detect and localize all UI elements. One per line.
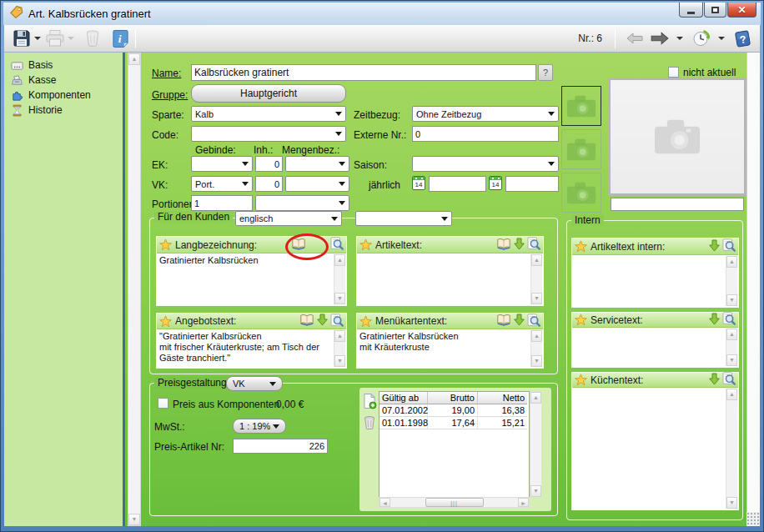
scroll-up-button[interactable]: ▲ bbox=[334, 254, 345, 266]
scroll-down-button[interactable]: ▼ bbox=[334, 293, 345, 304]
scroll-down-button[interactable]: ▼ bbox=[531, 355, 542, 367]
language2-combobox[interactable] bbox=[355, 211, 452, 226]
vk-mengenbez-combobox[interactable] bbox=[285, 176, 349, 192]
scrollbar-vertical[interactable]: ▲▼ bbox=[726, 329, 737, 366]
table-scrollbar-horizontal[interactable]: ◄ ||| ► bbox=[379, 497, 530, 508]
vk-inhalt-input[interactable] bbox=[255, 176, 283, 192]
scrollbar-vertical[interactable]: ▲▼ bbox=[530, 330, 542, 367]
add-price-button[interactable] bbox=[362, 393, 377, 413]
scroll-down-button[interactable]: ▼ bbox=[726, 354, 737, 366]
table-row[interactable]: 07.01.2002 19,00 16,38 bbox=[379, 404, 529, 417]
scroll-up-button[interactable]: ▲ bbox=[726, 389, 737, 400]
photo-caption-input[interactable] bbox=[611, 198, 744, 211]
zoom-text-button[interactable] bbox=[722, 238, 736, 254]
scroll-up-button[interactable]: ▲ bbox=[726, 256, 737, 268]
previous-record-button[interactable] bbox=[625, 31, 645, 46]
save-button[interactable] bbox=[11, 28, 33, 49]
scrollbar-vertical[interactable]: ▲▼ bbox=[334, 254, 345, 304]
copy-down-button[interactable] bbox=[709, 239, 720, 254]
angebotstext-textarea[interactable]: "Gratinierter Kalbsrücken mit frischer K… bbox=[157, 329, 346, 368]
photo-thumbnail-2[interactable] bbox=[561, 129, 601, 169]
scrollbar-vertical[interactable]: ▲▼ bbox=[530, 254, 542, 304]
language-combobox[interactable]: englisch bbox=[235, 211, 342, 226]
scroll-up-button[interactable]: ▲ bbox=[726, 329, 737, 340]
phrase-book-button[interactable] bbox=[299, 314, 314, 329]
zoom-text-button[interactable] bbox=[527, 314, 540, 329]
scroll-up-button[interactable]: ▲ bbox=[530, 392, 541, 404]
scroll-left-button[interactable]: ◄ bbox=[379, 498, 390, 507]
kuechentext-textarea[interactable]: ▲▼ bbox=[572, 388, 738, 509]
scroll-down-button[interactable]: ▼ bbox=[128, 514, 140, 525]
ek-inhalt-input[interactable] bbox=[255, 156, 283, 172]
servicetext-textarea[interactable]: ▲▼ bbox=[572, 328, 738, 367]
print-button[interactable] bbox=[44, 28, 66, 49]
zoom-text-button[interactable] bbox=[722, 372, 736, 388]
copy-down-button[interactable] bbox=[317, 314, 328, 329]
record-nav-dropdown-button[interactable] bbox=[676, 37, 683, 40]
maximize-button[interactable] bbox=[704, 3, 726, 18]
name-input[interactable] bbox=[191, 64, 536, 81]
ek-mengenbez-combobox[interactable] bbox=[285, 156, 349, 172]
scrollbar-vertical[interactable]: ▲▼ bbox=[726, 389, 737, 509]
saison-combobox[interactable] bbox=[412, 156, 559, 172]
zoom-text-button[interactable] bbox=[330, 314, 344, 329]
zeitbezug-combobox[interactable]: Ohne Zeitbezug bbox=[412, 106, 559, 122]
sidebar-item-kasse[interactable]: Kasse bbox=[11, 73, 123, 88]
menukartentext-textarea[interactable]: Gratinierter Kalbsrücken mit Kräuterkrus… bbox=[357, 329, 543, 368]
phrase-book-button[interactable] bbox=[496, 314, 511, 329]
sidebar-item-komponenten[interactable]: Komponenten bbox=[11, 88, 123, 103]
column-header[interactable]: Netto bbox=[478, 392, 527, 404]
sparte-combobox[interactable]: Kalb bbox=[191, 106, 346, 122]
delete-button[interactable] bbox=[83, 28, 103, 49]
scroll-up-button[interactable]: ▲ bbox=[128, 53, 140, 65]
artikeltext-textarea[interactable]: ▲▼ bbox=[357, 253, 543, 305]
sidebar-item-basis[interactable]: Basis bbox=[11, 58, 123, 73]
scroll-up-button[interactable]: ▲ bbox=[531, 254, 542, 266]
scroll-down-button[interactable]: ▼ bbox=[726, 294, 737, 306]
save-dropdown-button[interactable] bbox=[34, 37, 41, 40]
zoom-text-button[interactable] bbox=[330, 237, 344, 253]
scroll-up-button[interactable]: ▲ bbox=[531, 330, 542, 342]
table-row[interactable]: 01.01.1998 17,64 15,21 bbox=[379, 417, 529, 429]
artikeltext-intern-textarea[interactable]: ▲▼ bbox=[572, 255, 738, 307]
scroll-down-button[interactable]: ▼ bbox=[726, 497, 737, 509]
scroll-down-button[interactable]: ▼ bbox=[334, 355, 345, 367]
sidebar-scrollbar[interactable]: ▲ ▼ bbox=[128, 53, 141, 526]
history-dropdown-button[interactable] bbox=[718, 37, 725, 40]
scroll-down-button[interactable]: ▼ bbox=[531, 293, 542, 304]
resize-grip[interactable] bbox=[746, 512, 760, 526]
photo-thumbnail-1[interactable] bbox=[561, 86, 601, 126]
name-help-button[interactable]: ? bbox=[538, 64, 553, 81]
calendar-icon[interactable]: 14 bbox=[489, 176, 502, 190]
scrollbar-vertical[interactable]: ▲▼ bbox=[726, 256, 737, 306]
print-dropdown-button[interactable] bbox=[68, 37, 74, 40]
scroll-thumb[interactable]: ||| bbox=[425, 498, 484, 507]
calendar-icon[interactable]: 14 bbox=[412, 176, 425, 190]
column-header[interactable]: Brutto bbox=[428, 392, 478, 404]
scroll-up-button[interactable]: ▲ bbox=[334, 330, 345, 342]
vk-gebinde-combobox[interactable]: Port. bbox=[191, 176, 253, 192]
info-button[interactable]: i bbox=[111, 28, 130, 49]
preis-aus-komponenten-checkbox[interactable] bbox=[158, 398, 168, 409]
copy-down-button[interactable] bbox=[514, 314, 525, 329]
minimize-button[interactable] bbox=[679, 3, 703, 18]
copy-down-button[interactable] bbox=[514, 238, 525, 253]
preis-mode-combobox[interactable]: VK bbox=[226, 376, 283, 391]
ek-gebinde-combobox[interactable] bbox=[191, 156, 253, 172]
jaehrlich-von-input[interactable] bbox=[429, 176, 486, 192]
table-scrollbar-vertical[interactable]: ▲ ▼ bbox=[530, 392, 541, 497]
phrase-book-button[interactable] bbox=[496, 238, 511, 253]
history-button[interactable] bbox=[691, 28, 712, 49]
photo-preview[interactable] bbox=[608, 78, 746, 196]
sidebar-item-historie[interactable]: Historie bbox=[11, 103, 123, 118]
externe-nr-input[interactable] bbox=[412, 126, 559, 142]
copy-down-button[interactable] bbox=[709, 373, 720, 388]
portionen-input[interactable] bbox=[191, 195, 253, 211]
nicht-aktuell-checkbox[interactable] bbox=[668, 67, 679, 78]
mwst-combobox[interactable]: 1 : 19% bbox=[233, 419, 286, 434]
scroll-right-button[interactable]: ► bbox=[518, 498, 529, 507]
zoom-text-button[interactable] bbox=[722, 312, 736, 328]
scrollbar-vertical[interactable]: ▲▼ bbox=[334, 330, 345, 367]
copy-down-button[interactable] bbox=[709, 313, 720, 328]
next-record-button[interactable] bbox=[649, 30, 671, 47]
